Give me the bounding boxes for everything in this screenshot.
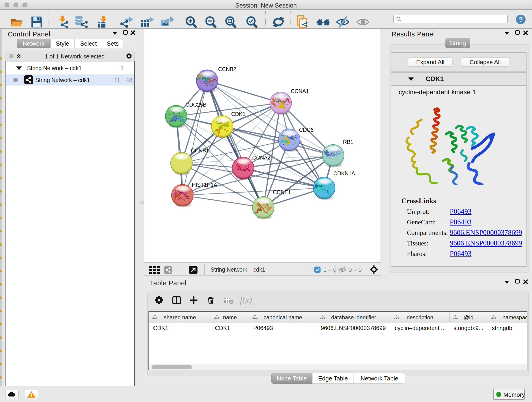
svg-text:CCNE1: CCNE1 — [273, 189, 291, 195]
svg-text:CDK1: CDK1 — [231, 111, 245, 117]
svg-text:CDKN1A: CDKN1A — [333, 170, 355, 177]
svg-text:CCNA1: CCNA1 — [291, 88, 309, 94]
svg-text:CDC6: CDC6 — [299, 127, 313, 133]
svg-text:CCNA2: CCNA2 — [252, 154, 270, 161]
svg-text:RB1: RB1 — [343, 139, 353, 145]
svg-text:CCNB1: CCNB1 — [191, 147, 209, 153]
svg-text:CDC25B: CDC25B — [185, 102, 206, 108]
svg-text:CCNB2: CCNB2 — [218, 66, 236, 72]
svg-text:HIST1H1A: HIST1H1A — [192, 182, 217, 188]
